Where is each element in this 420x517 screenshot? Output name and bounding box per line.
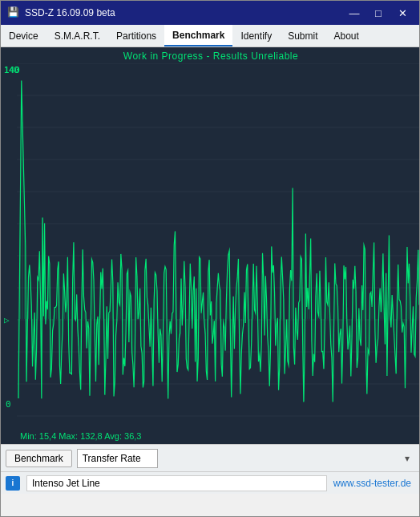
menu-smart[interactable]: S.M.A.R.T. [46,25,108,46]
transfer-rate-select[interactable]: Transfer Rate Access Time IOPS [77,449,158,468]
chart-y-max: 140 [4,65,18,75]
website-label: www.ssd-tester.de [333,478,411,489]
status-bar: i Intenso Jet Line www.ssd-tester.de [1,471,419,494]
title-bar-left: 💾 SSD-Z 16.09.09 beta [7,6,115,19]
chart-stats: Min: 15,4 Max: 132,8 Avg: 36,3 [20,431,141,441]
drive-name: Intenso Jet Line [26,475,327,491]
maximize-button[interactable]: □ [368,5,389,21]
menu-submit[interactable]: Submit [280,25,325,46]
benchmark-button[interactable]: Benchmark [6,450,72,467]
menu-benchmark[interactable]: Benchmark [164,25,232,46]
app-icon: 💾 [7,6,20,19]
info-icon: i [6,476,20,491]
dropdown-wrapper: Transfer Rate Access Time IOPS [77,449,414,468]
close-button[interactable]: ✕ [392,5,413,21]
menu-identify[interactable]: Identify [232,25,280,46]
menu-about[interactable]: About [326,25,367,46]
minimize-button[interactable]: — [344,5,365,21]
title-bar: 💾 SSD-Z 16.09.09 beta — □ ✕ [1,1,419,25]
menu-partitions[interactable]: Partitions [108,25,164,46]
chart-title: Work in Progress - Results Unreliable [1,47,420,63]
window-title: SSD-Z 16.09.09 beta [25,7,115,18]
chart-container: Work in Progress - Results Unreliable 14… [1,47,420,444]
menu-device[interactable]: Device [1,25,46,46]
window-controls: — □ ✕ [344,5,413,21]
benchmark-controls: Benchmark Transfer Rate Access Time IOPS [1,444,419,471]
benchmark-chart [1,63,420,425]
menu-bar: Device S.M.A.R.T. Partitions Benchmark I… [1,25,419,47]
